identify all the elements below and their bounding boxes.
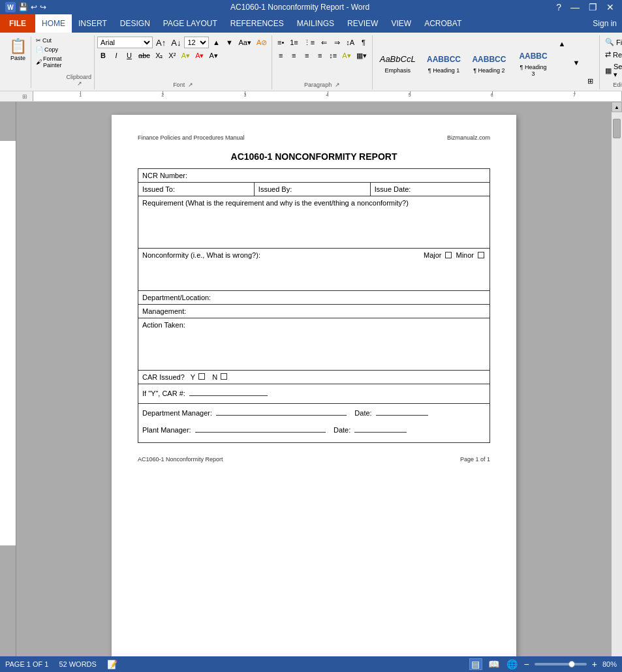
quick-access-undo[interactable]: ↩ bbox=[31, 3, 37, 12]
styles-scroll-down[interactable]: ▼ bbox=[570, 57, 582, 69]
sort-button[interactable]: ↕A bbox=[344, 37, 356, 48]
requirement-cell[interactable]: Requirement (What is the requirement and… bbox=[138, 196, 490, 249]
subscript-button[interactable]: X₂ bbox=[153, 50, 165, 61]
minimize-button[interactable]: — bbox=[568, 2, 582, 12]
justify-button[interactable]: ≡ bbox=[314, 50, 326, 61]
car-y-checkbox[interactable] bbox=[198, 373, 205, 380]
issued-to-cell[interactable]: Issued To: bbox=[138, 183, 255, 196]
strikethrough-button[interactable]: abc bbox=[136, 50, 152, 61]
style-emphasis[interactable]: AaBbCcL Emphasis bbox=[375, 50, 420, 76]
menu-bar: FILE HOME INSERT DESIGN PAGE LAYOUT REFE… bbox=[0, 14, 622, 33]
close-button[interactable]: ✕ bbox=[604, 2, 617, 12]
font-size-select[interactable]: 12 bbox=[184, 37, 209, 48]
text-highlight-button[interactable]: A▾ bbox=[179, 50, 192, 61]
file-menu[interactable]: FILE bbox=[0, 14, 35, 33]
nonconformity-cell[interactable]: Nonconformity (i.e., What is wrong?): Ma… bbox=[138, 249, 490, 291]
bold-button[interactable]: B bbox=[97, 50, 109, 61]
shading-button[interactable]: A▾ bbox=[340, 50, 352, 61]
decrease-indent-button[interactable]: ⇐ bbox=[318, 37, 330, 48]
management-cell[interactable]: Management: bbox=[138, 305, 490, 318]
car-issued-cell[interactable]: CAR Issued? Y N bbox=[138, 371, 490, 384]
print-layout-view-button[interactable]: ▤ bbox=[469, 658, 482, 670]
align-right-button[interactable]: ≡ bbox=[301, 50, 313, 61]
issued-by-cell[interactable]: Issued By: bbox=[254, 183, 370, 196]
increase-indent-button[interactable]: ⇒ bbox=[331, 37, 343, 48]
quick-access-redo[interactable]: ↪ bbox=[40, 3, 46, 12]
styles-scroll-up[interactable]: ▲ bbox=[556, 38, 568, 50]
references-menu[interactable]: REFERENCES bbox=[224, 14, 290, 33]
scroll-area[interactable]: Finance Policies and Procedures Manual B… bbox=[16, 102, 612, 668]
zoom-level[interactable]: 80% bbox=[602, 660, 617, 668]
home-menu[interactable]: HOME bbox=[35, 14, 72, 33]
find-button[interactable]: 🔍 Find ▾ bbox=[602, 37, 622, 48]
font-grow-button[interactable]: A↑ bbox=[154, 37, 168, 48]
minor-checkbox[interactable] bbox=[478, 252, 484, 258]
bullets-button[interactable]: ≡• bbox=[275, 37, 287, 48]
paste-button[interactable]: 📋 Paste bbox=[5, 37, 31, 88]
car-number-cell[interactable]: If "Y", CAR #: bbox=[138, 384, 490, 404]
scrollbar-thumb[interactable] bbox=[613, 119, 621, 138]
zoom-thumb[interactable] bbox=[568, 661, 575, 667]
restore-button[interactable]: ❐ bbox=[586, 2, 600, 12]
car-number-field[interactable] bbox=[189, 387, 268, 396]
view-menu[interactable]: VIEW bbox=[384, 14, 418, 33]
align-center-button[interactable]: ≡ bbox=[288, 50, 300, 61]
zoom-out-button[interactable]: − bbox=[524, 659, 529, 669]
quick-access-save[interactable]: 💾 bbox=[18, 3, 28, 12]
web-layout-view-button[interactable]: 🌐 bbox=[506, 658, 519, 670]
style-heading3[interactable]: AABBC ¶ Heading 3 bbox=[513, 46, 553, 79]
copy-button[interactable]: 📄 Copy bbox=[34, 46, 64, 53]
page-header: Finance Policies and Procedures Manual B… bbox=[138, 134, 490, 141]
scrollbar-up-button[interactable]: ▲ bbox=[612, 102, 622, 112]
scrollbar-track[interactable] bbox=[612, 112, 622, 658]
page-layout-menu[interactable]: PAGE LAYOUT bbox=[157, 14, 224, 33]
show-formatting-button[interactable]: ¶ bbox=[358, 37, 369, 48]
zoom-slider[interactable] bbox=[535, 663, 587, 665]
action-cell[interactable]: Action Taken: bbox=[138, 318, 490, 371]
design-menu[interactable]: DESIGN bbox=[114, 14, 157, 33]
help-button[interactable]: ? bbox=[553, 2, 564, 12]
style-heading1[interactable]: AABBCC ¶ Heading 1 bbox=[422, 50, 465, 76]
font-effects-button[interactable]: A▾ bbox=[208, 50, 220, 61]
proofing-icon[interactable]: 📝 bbox=[107, 660, 117, 669]
zoom-in-button[interactable]: + bbox=[592, 659, 597, 669]
format-painter-button[interactable]: 🖌 Format Painter bbox=[34, 55, 64, 69]
review-menu[interactable]: REVIEW bbox=[341, 14, 384, 33]
align-left-button[interactable]: ≡ bbox=[275, 50, 287, 61]
acrobat-menu[interactable]: ACROBAT bbox=[418, 14, 468, 33]
font-size-shrink-button[interactable]: ▼ bbox=[223, 37, 235, 48]
major-checkbox[interactable] bbox=[445, 252, 452, 258]
font-family-select[interactable]: Arial bbox=[97, 37, 153, 48]
date-field-1[interactable] bbox=[376, 406, 428, 416]
format-painter-icon: 🖌 bbox=[36, 59, 42, 65]
italic-button[interactable]: I bbox=[110, 50, 122, 61]
issue-date-cell[interactable]: Issue Date: bbox=[370, 183, 490, 196]
superscript-button[interactable]: X² bbox=[166, 50, 178, 61]
date-field-2[interactable] bbox=[354, 423, 407, 433]
clear-formatting-button[interactable]: A⊘ bbox=[255, 37, 269, 48]
plant-mgr-field[interactable] bbox=[195, 423, 326, 433]
insert-menu[interactable]: INSERT bbox=[72, 14, 114, 33]
dept-mgr-field[interactable] bbox=[216, 406, 347, 416]
cut-button[interactable]: ✂ Cut bbox=[34, 37, 64, 44]
text-color-button[interactable]: A▾ bbox=[193, 50, 206, 61]
underline-button[interactable]: U bbox=[123, 50, 135, 61]
styles-expand[interactable]: ⊞ bbox=[585, 75, 597, 87]
style-heading2[interactable]: AABBCC ¶ Heading 2 bbox=[468, 50, 510, 76]
multilevel-button[interactable]: ⋮≡ bbox=[302, 37, 317, 48]
line-spacing-button[interactable]: ↕≡ bbox=[327, 50, 339, 61]
numbering-button[interactable]: 1≡ bbox=[288, 37, 300, 48]
change-case-button[interactable]: Aa▾ bbox=[236, 37, 253, 48]
replace-button[interactable]: ⇄ Replace bbox=[602, 49, 622, 60]
read-mode-view-button[interactable]: 📖 bbox=[488, 658, 501, 670]
font-shrink-button[interactable]: A↓ bbox=[169, 37, 183, 48]
select-button[interactable]: ▦ Select ▾ bbox=[602, 61, 622, 80]
sign-in-link[interactable]: Sign in bbox=[593, 19, 617, 28]
ncr-cell[interactable]: NCR Number: bbox=[138, 169, 490, 183]
car-n-checkbox[interactable] bbox=[221, 373, 227, 380]
borders-button[interactable]: ▦▾ bbox=[354, 50, 369, 61]
mailings-menu[interactable]: MAILINGS bbox=[290, 14, 341, 33]
vertical-scrollbar[interactable]: ▲ ▼ bbox=[612, 102, 622, 668]
font-size-grow-button[interactable]: ▲ bbox=[210, 37, 222, 48]
dept-cell[interactable]: Department/Location: bbox=[138, 291, 490, 305]
